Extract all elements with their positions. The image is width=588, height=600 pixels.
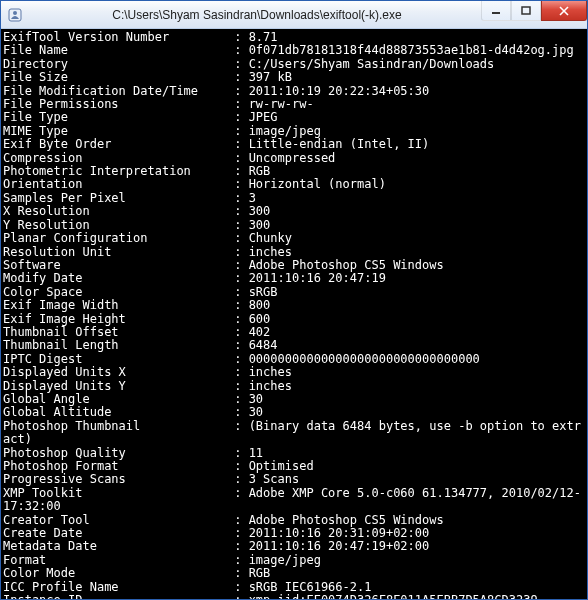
console-line: Displayed Units X : inches [3,366,583,379]
console-line: Modify Date : 2011:10:16 20:47:19 [3,272,583,285]
console-line: Planar Configuration : Chunky [3,232,583,245]
console-line: Progressive Scans : 3 Scans [3,473,583,486]
close-button[interactable] [541,1,587,21]
minimize-button[interactable] [481,1,511,21]
console-line: Color Space : sRGB [3,286,583,299]
console-line: File Permissions : rw-rw-rw- [3,98,583,111]
console-line: File Name : 0f071db78181318f44d88873553a… [3,44,583,57]
console-line: Global Angle : 30 [3,393,583,406]
maximize-button[interactable] [511,1,541,21]
console-line: IPTC Digest : 00000000000000000000000000… [3,353,583,366]
console-line: Y Resolution : 300 [3,219,583,232]
console-line: Creator Tool : Adobe Photoshop CS5 Windo… [3,514,583,527]
console-line: Displayed Units Y : inches [3,380,583,393]
console-line: MIME Type : image/jpeg [3,125,583,138]
console-line: XMP Toolkit : Adobe XMP Core 5.0-c060 61… [3,487,583,514]
window-controls [481,1,587,21]
console-line: Global Altitude : 30 [3,406,583,419]
console-line: ICC Profile Name : sRGB IEC61966-2.1 [3,581,583,594]
console-line: Photoshop Format : Optimised [3,460,583,473]
console-line: Metadata Date : 2011:10:16 20:47:19+02:0… [3,540,583,553]
console-line: Thumbnail Length : 6484 [3,339,583,352]
console-line: Thumbnail Offset : 402 [3,326,583,339]
console-line: Photoshop Thumbnail : (Binary data 6484 … [3,420,583,447]
console-line: X Resolution : 300 [3,205,583,218]
console-line: File Size : 397 kB [3,71,583,84]
console-line: Create Date : 2011:10:16 20:31:09+02:00 [3,527,583,540]
console-line: Resolution Unit : inches [3,246,583,259]
svg-rect-2 [492,12,500,14]
console-line: File Modification Date/Time : 2011:10:19… [3,85,583,98]
console-line: Photometric Interpretation : RGB [3,165,583,178]
svg-rect-3 [522,7,530,14]
console-line: Instance ID : xmp.iid:EE0074D326F8E011A5… [3,594,583,599]
console-line: Exif Image Height : 600 [3,313,583,326]
close-icon [558,6,570,16]
console-line: Samples Per Pixel : 3 [3,192,583,205]
console-line: Compression : Uncompressed [3,152,583,165]
console-output: ExifTool Version Number : 8.71File Name … [1,29,587,599]
console-line: Exif Image Width : 800 [3,299,583,312]
console-line: Exif Byte Order : Little-endian (Intel, … [3,138,583,151]
console-line: Orientation : Horizontal (normal) [3,178,583,191]
console-line: ExifTool Version Number : 8.71 [3,31,583,44]
console-line: Software : Adobe Photoshop CS5 Windows [3,259,583,272]
console-line: Format : image/jpeg [3,554,583,567]
console-line: Photoshop Quality : 11 [3,447,583,460]
svg-point-1 [13,11,17,15]
minimize-icon [491,6,501,16]
titlebar[interactable]: C:\Users\Shyam Sasindran\Downloads\exift… [1,1,587,29]
console-line: Directory : C:/Users/Shyam Sasindran/Dow… [3,58,583,71]
app-window: C:\Users\Shyam Sasindran\Downloads\exift… [0,0,588,600]
console-line: File Type : JPEG [3,111,583,124]
console-line: Color Mode : RGB [3,567,583,580]
app-icon [7,7,23,23]
maximize-icon [521,6,531,16]
